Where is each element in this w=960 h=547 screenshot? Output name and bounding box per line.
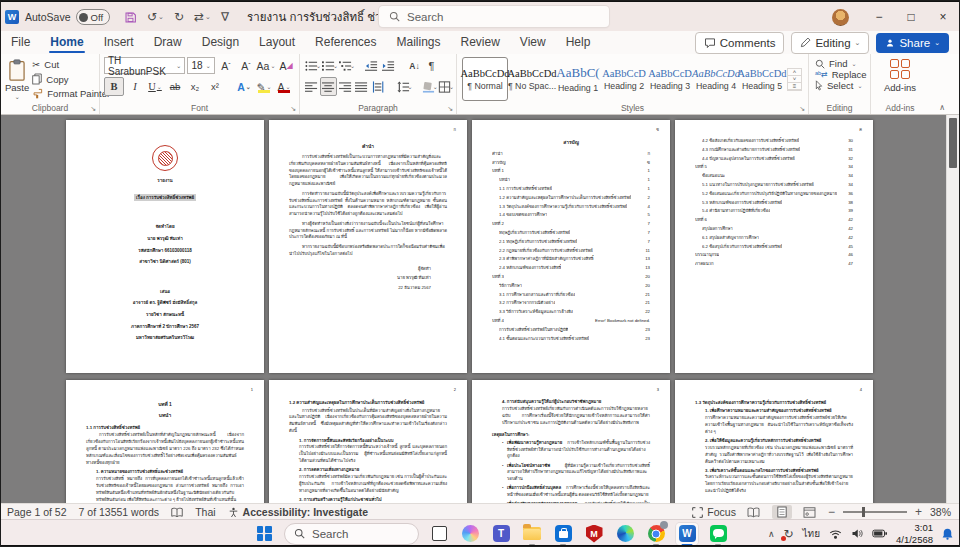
doc-page[interactable]: กคำนำการรับช่วงสิทธิ์ช่วงทรัพย์เป็นกระบว… [269,120,467,373]
clear-formatting-button[interactable]: A◢ [277,57,295,74]
doc-page[interactable]: ขสารบัญคำนำกสารบัญขบทที่ 11บทนำ11.1 การร… [472,120,670,373]
accessibility-status[interactable]: Accessibility: Investigate [228,506,368,518]
text-effects-button[interactable]: A⌄ [235,78,253,95]
maximize-button[interactable]: □ [895,3,927,31]
title-search-box[interactable]: Search [379,6,609,27]
show-hide-marks-button[interactable]: ¶ [424,57,439,74]
style-no-spacing[interactable]: AaBbCcDd¶ No Spac... [510,58,554,100]
collapse-ribbon-button[interactable]: ∧ [939,103,945,112]
addins-button[interactable]: Add-ins [875,57,925,95]
focus-button[interactable]: Focus [692,506,736,518]
zoom-out-button[interactable]: − [828,505,835,519]
word-taskbar-button[interactable]: W [676,523,698,545]
style-heading3[interactable]: AaBbCcDHeading 3 [648,58,692,100]
copilot-button[interactable] [459,523,481,545]
touch-mouse-mode-button[interactable]: ⇄⌄ [190,10,215,24]
language-indicator[interactable]: Thai [195,506,215,518]
font-dialog-launcher[interactable]: ↘ [290,105,296,113]
styles-dialog-launcher[interactable]: ↘ [799,105,805,113]
align-center-button[interactable] [320,77,336,96]
page-indicator[interactable]: Page 1 of 52 [7,506,67,518]
shading-button[interactable]: ⌄ [422,78,436,95]
paste-button[interactable]: Paste ⌄ [5,57,29,101]
tab-file[interactable]: File [1,32,40,53]
style-heading4[interactable]: AaBbCcDdHeading 4 [694,58,738,100]
tray-expand-chevron[interactable]: ∧ [768,529,775,539]
doc-page[interactable]: 41.3 วัตถุประสงค์ของการศึกษาความรู้เกี่ย… [675,380,873,503]
line-app-button[interactable] [707,523,729,545]
tab-design[interactable]: Design [192,32,249,53]
undo-button[interactable]: ↺⌄ [143,10,168,24]
bullets-button[interactable]: ⌄ [304,57,319,74]
taskbar-search[interactable]: Search [284,523,419,545]
justify-button[interactable] [355,78,369,95]
doc-page[interactable]: 34. การสนับสนุนความรู้ให้แก่ผู้ประกอบวิช… [472,380,670,503]
align-left-button[interactable] [304,78,318,95]
change-case-button[interactable]: Aa⌄ [257,57,275,74]
style-heading5[interactable]: AaBbCcDdHeading 5 [740,58,784,100]
input-language[interactable]: ไทย [803,526,820,541]
share-button[interactable]: Share⌄ [876,33,949,53]
multilevel-list-button[interactable]: ⌄ [338,57,353,74]
microsoft-store-button[interactable] [552,523,574,545]
zoom-slider-thumb[interactable] [862,507,865,517]
font-size-combo[interactable]: 18⌄ [187,57,215,74]
comments-button[interactable]: Comments [695,32,785,54]
task-view-button[interactable] [428,523,450,545]
sort-button[interactable]: A↓ [407,57,422,74]
editing-mode-button[interactable]: Editing⌄ [791,32,869,54]
proofing-icon[interactable] [171,507,183,518]
minimize-button[interactable]: − [863,3,895,31]
font-name-combo[interactable]: TH SarabunPSK⌄ [104,57,185,74]
style-normal[interactable]: AaBbCcDd¶ Normal [462,57,508,101]
font-color-button[interactable]: A⌄ [275,78,293,95]
battery-icon[interactable] [872,529,887,538]
close-button[interactable]: × [927,3,959,31]
wifi-icon[interactable] [829,529,842,539]
doc-page[interactable]: ค4.2 ข้อสังเกตเกี่ยวกับผลของการรับช่วงสิ… [675,120,873,373]
print-layout-button[interactable] [772,505,792,519]
file-explorer-button[interactable] [521,523,543,545]
select-button[interactable]: Select⌄ [815,80,864,91]
tab-draw[interactable]: Draw [144,32,192,53]
copy-button[interactable]: Copy [32,73,110,85]
tab-layout[interactable]: Layout [249,32,305,53]
read-mode-button[interactable] [744,505,764,519]
grow-font-button[interactable]: Aˆ [217,57,235,74]
chrome-button[interactable] [645,523,667,545]
zoom-in-button[interactable]: + [915,505,922,519]
subscript-button[interactable]: x₂ [186,78,204,95]
superscript-button[interactable]: x² [206,78,224,95]
tab-references[interactable]: References [305,32,386,53]
volume-icon[interactable] [851,528,863,539]
scroll-thumb[interactable] [949,118,957,168]
tab-view[interactable]: View [510,32,556,53]
align-right-button[interactable] [339,78,353,95]
user-avatar[interactable] [832,9,849,26]
doc-page[interactable]: 21.2 ความสำคัญและเหตุผลในการศึกษาประเด็น… [269,380,467,503]
distributed-button[interactable] [371,78,385,95]
style-heading2[interactable]: AaBbCcDHeading 2 [602,58,646,100]
style-heading1[interactable]: AaBbC(Heading 1 [556,58,600,100]
teams-button[interactable]: T [490,523,512,545]
clock[interactable]: 3:01 4/1/2568 [896,522,933,546]
doc-page[interactable]: 1บทที่ 1บทนำ1.1 การรับช่วงสิทธิ์ช่วงทรัพ… [66,380,264,503]
find-button[interactable]: Find⌄ [815,58,864,69]
cut-button[interactable]: ✂Cut [32,59,110,70]
numbering-button[interactable]: ⌄ [321,57,336,74]
clipboard-dialog-launcher[interactable]: ↘ [90,105,96,113]
tab-help[interactable]: Help [556,32,601,53]
italic-button[interactable]: I [126,78,144,95]
mcafee-button[interactable]: M [583,523,605,545]
line-spacing-button[interactable]: ⌄ [396,78,410,95]
zoom-percentage[interactable]: 38% [930,506,951,518]
redo-button[interactable]: ↻ [170,10,188,24]
shrink-font-button[interactable]: Aˇ [237,57,255,74]
highlight-button[interactable]: ✎⌄ [255,78,273,95]
strikethrough-button[interactable]: ab [166,78,184,95]
save-button[interactable] [120,11,141,24]
bold-button[interactable]: B [104,77,124,96]
sync-status-icon[interactable]: ↻ [783,527,793,541]
format-painter-button[interactable]: Format Painter [32,88,110,99]
vertical-scrollbar[interactable] [946,115,959,503]
